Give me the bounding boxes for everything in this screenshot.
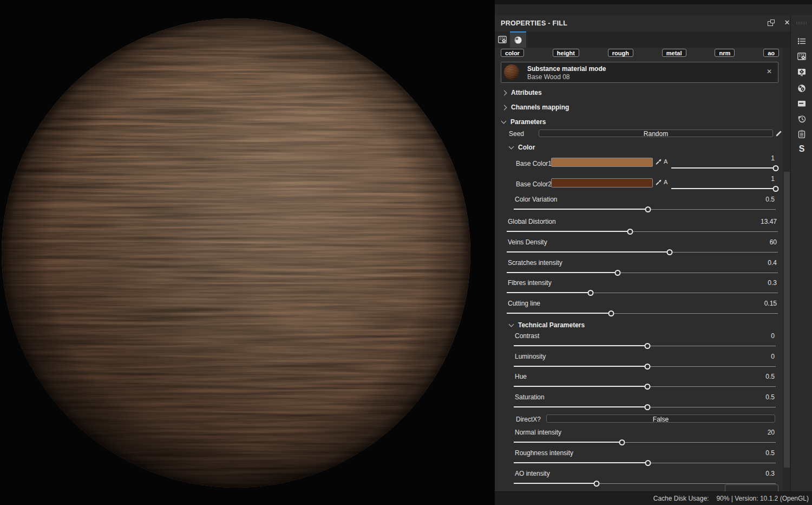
alpha-value: 1 bbox=[771, 175, 775, 183]
tab-material-mode[interactable] bbox=[510, 31, 526, 48]
color-variation-slider[interactable] bbox=[514, 206, 776, 212]
cutting-line-slider[interactable] bbox=[507, 310, 778, 316]
param-label: Global Distortion bbox=[508, 218, 556, 225]
slider-fill bbox=[671, 167, 776, 169]
saturation-slider[interactable] bbox=[514, 404, 776, 410]
param-value: 0 bbox=[771, 332, 775, 340]
slider-knob[interactable] bbox=[593, 481, 599, 487]
application-window: PROPERTIES - FILL ✕ bbox=[0, 0, 812, 505]
color-variation-row: Color Variation 0.5 bbox=[514, 196, 776, 214]
veins-density-row: Veins Density 60 bbox=[507, 238, 778, 257]
slider-knob[interactable] bbox=[644, 343, 650, 349]
slider-knob[interactable] bbox=[644, 404, 650, 410]
channel-buttons-row: color height rough metal nrm ao bbox=[501, 49, 779, 57]
channel-button-height[interactable]: height bbox=[553, 49, 579, 57]
channel-button-nrm[interactable]: nrm bbox=[715, 49, 735, 57]
hue-slider[interactable] bbox=[514, 384, 776, 390]
section-color[interactable]: Color bbox=[509, 144, 535, 151]
normal-intensity-slider[interactable] bbox=[514, 439, 776, 445]
slider-knob[interactable] bbox=[773, 165, 779, 171]
param-value: 13.47 bbox=[761, 218, 777, 225]
saturation-row: Saturation 0.5 bbox=[514, 393, 776, 412]
substance-logo-icon[interactable]: S bbox=[796, 144, 807, 154]
properties-panel: PROPERTIES - FILL ✕ bbox=[495, 0, 812, 505]
eyedropper-icon[interactable] bbox=[655, 178, 662, 185]
seed-random-button[interactable]: Random bbox=[539, 130, 773, 137]
global-distortion-slider[interactable] bbox=[507, 229, 778, 235]
fibres-intensity-row: Fibres intensity 0.3 bbox=[507, 279, 778, 297]
contrast-slider[interactable] bbox=[514, 343, 776, 349]
luminosity-row: Luminosity 0 bbox=[514, 353, 776, 371]
directx-toggle-button[interactable]: False bbox=[546, 415, 775, 423]
cache-disk-usage-label: Cache Disk Usage: bbox=[653, 495, 709, 502]
panel-scrollbar bbox=[783, 48, 790, 492]
channel-button-ao[interactable]: ao bbox=[763, 49, 779, 57]
param-label: Veins Density bbox=[508, 238, 547, 246]
veins-density-slider[interactable] bbox=[507, 249, 778, 255]
channel-button-metal[interactable]: metal bbox=[662, 49, 686, 57]
slider-knob[interactable] bbox=[645, 206, 651, 212]
base-color1-swatch[interactable] bbox=[551, 158, 653, 167]
slider-fill bbox=[507, 313, 611, 314]
material-thumbnail bbox=[504, 64, 519, 80]
section-channels-mapping[interactable]: Channels mapping bbox=[502, 103, 569, 111]
slider-knob[interactable] bbox=[608, 310, 614, 316]
slider-knob[interactable] bbox=[644, 364, 650, 370]
detach-panel-icon[interactable] bbox=[767, 20, 775, 27]
section-label: Technical Parameters bbox=[518, 321, 585, 329]
dock-mini-label bbox=[796, 22, 807, 24]
param-label: Roughness intensity bbox=[515, 449, 573, 457]
edit-pencil-icon[interactable] bbox=[775, 130, 783, 137]
scratches-intensity-slider[interactable] bbox=[507, 270, 778, 276]
luminosity-slider[interactable] bbox=[514, 364, 776, 370]
param-value: 0.5 bbox=[765, 373, 775, 380]
fill-properties-icon[interactable] bbox=[796, 51, 807, 62]
layer-stack-icon[interactable] bbox=[796, 36, 807, 47]
param-value: 0 bbox=[771, 353, 775, 360]
shader-settings-icon[interactable] bbox=[796, 83, 807, 94]
material-mode-box[interactable]: Substance material mode Base Wood 08 ✕ bbox=[501, 62, 778, 83]
eyedropper-icon[interactable] bbox=[655, 158, 662, 165]
remove-material-icon[interactable]: ✕ bbox=[765, 67, 774, 76]
directx-label: DirectX? bbox=[516, 416, 541, 423]
top-bar-upper bbox=[495, 0, 812, 4]
section-technical-parameters[interactable]: Technical Parameters bbox=[509, 321, 585, 329]
slider-knob[interactable] bbox=[614, 270, 620, 276]
slider-knob[interactable] bbox=[773, 186, 779, 192]
alpha-label: A bbox=[664, 179, 667, 185]
section-attributes[interactable]: Attributes bbox=[502, 89, 542, 96]
base-color2-row: Base Color2 A 1 bbox=[514, 177, 776, 196]
channel-button-color[interactable]: color bbox=[501, 49, 524, 57]
display-settings-icon[interactable] bbox=[796, 67, 807, 77]
section-label: Color bbox=[518, 144, 535, 151]
scrollbar-thumb[interactable] bbox=[784, 172, 790, 468]
viewport-3d[interactable] bbox=[0, 0, 495, 505]
alpha-value: 1 bbox=[771, 154, 775, 162]
fibres-intensity-slider[interactable] bbox=[507, 290, 778, 296]
texture-set-icon[interactable] bbox=[796, 98, 807, 109]
slider-fill bbox=[671, 188, 776, 189]
slider-knob[interactable] bbox=[619, 439, 625, 445]
section-parameters[interactable]: Parameters bbox=[502, 118, 546, 126]
channel-button-rough[interactable]: rough bbox=[608, 49, 633, 57]
slider-knob[interactable] bbox=[587, 290, 593, 296]
base-color2-alpha-slider[interactable] bbox=[671, 186, 776, 192]
roughness-intensity-slider[interactable] bbox=[514, 460, 776, 466]
base-color1-alpha-slider[interactable] bbox=[671, 165, 776, 171]
slider-fill bbox=[514, 209, 648, 210]
hue-row: Hue 0.5 bbox=[514, 373, 776, 391]
slider-knob[interactable] bbox=[645, 460, 651, 466]
section-label: Parameters bbox=[510, 118, 546, 126]
base-color2-swatch[interactable] bbox=[551, 178, 653, 187]
slider-fill bbox=[514, 442, 622, 443]
scratches-intensity-row: Scratches intensity 0.4 bbox=[507, 259, 778, 277]
chevron-right-icon bbox=[502, 90, 507, 96]
chevron-down-icon bbox=[501, 119, 507, 124]
tab-fill-properties[interactable] bbox=[495, 31, 510, 48]
slider-knob[interactable] bbox=[667, 249, 673, 255]
contrast-row: Contrast 0 bbox=[514, 332, 776, 351]
slider-knob[interactable] bbox=[644, 384, 650, 390]
log-icon[interactable] bbox=[796, 129, 807, 140]
history-icon[interactable] bbox=[796, 113, 807, 124]
slider-knob[interactable] bbox=[627, 229, 633, 235]
